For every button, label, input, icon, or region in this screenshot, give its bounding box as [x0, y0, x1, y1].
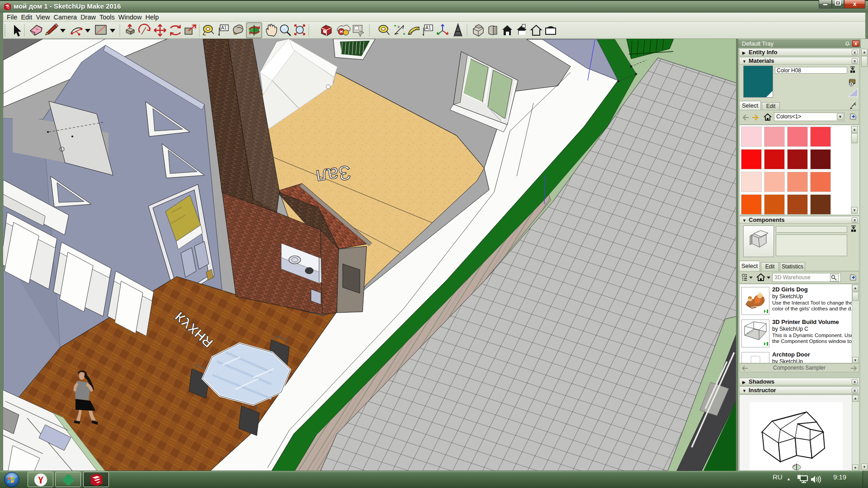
svg-text:3: 3 — [397, 25, 400, 29]
svg-text:A1: A1 — [425, 25, 431, 30]
svg-text:A1: A1 — [221, 25, 227, 30]
